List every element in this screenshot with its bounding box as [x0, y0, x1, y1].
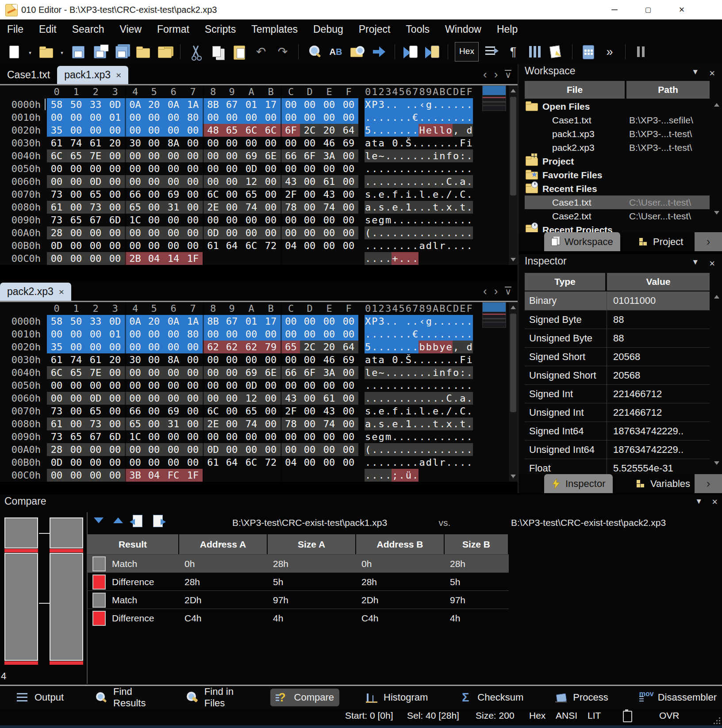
hex-byte[interactable]: 00	[203, 162, 222, 175]
minimize-button[interactable]: ─	[604, 0, 625, 19]
hex-byte[interactable]: 00	[339, 405, 358, 418]
ascii-char[interactable]: .	[466, 430, 472, 443]
hex-byte[interactable]: 00	[144, 214, 164, 226]
ascii-char[interactable]: s	[365, 430, 371, 443]
hex-byte[interactable]	[203, 252, 222, 265]
panel-tab-find-results[interactable]: Find Results	[89, 684, 160, 711]
hex-byte[interactable]: 00	[339, 456, 358, 469]
ascii-char[interactable]: .	[459, 328, 466, 341]
ascii-char[interactable]: .	[453, 188, 459, 201]
ascii-char[interactable]: a	[459, 175, 466, 188]
hex-byte[interactable]: 00	[319, 239, 339, 252]
hex-byte[interactable]: 00	[86, 252, 105, 265]
hex-byte[interactable]: 00	[319, 379, 339, 392]
menu-item-window[interactable]: Window	[445, 23, 481, 35]
ascii-char[interactable]: .	[432, 214, 439, 226]
ascii-char[interactable]: .	[419, 418, 425, 430]
ascii-char[interactable]	[398, 98, 405, 111]
ascii-char[interactable]: 5	[365, 341, 371, 353]
ascii-char[interactable]: .	[385, 443, 392, 456]
ascii-char[interactable]: 3	[378, 98, 385, 111]
hex-byte[interactable]: 62	[222, 341, 242, 353]
tab-pack1-xp3[interactable]: pack1.xp3×	[57, 66, 128, 84]
hex-byte[interactable]: 00	[300, 328, 319, 341]
ascii-char[interactable]: .	[426, 418, 432, 430]
tree-row-recent-projects[interactable]: Recent Projects	[525, 223, 710, 232]
ascii-char[interactable]: .	[439, 188, 445, 201]
inspector-row-unsigned-int[interactable]: Unsigned Int221466712	[525, 403, 710, 422]
hex-byte[interactable]: 0D	[203, 226, 222, 239]
hex-byte[interactable]: 00	[144, 430, 164, 443]
hex-byte[interactable]: 65	[66, 149, 86, 162]
compare-map-bar-a[interactable]	[4, 517, 39, 663]
ascii-char[interactable]: .	[426, 353, 432, 366]
tab-list-icon[interactable]: ∨	[505, 287, 511, 296]
ascii-char[interactable]: .	[446, 137, 453, 149]
hex-byte[interactable]	[300, 469, 319, 482]
ascii-char[interactable]: l	[432, 456, 439, 469]
hex-byte[interactable]: 00	[105, 405, 125, 418]
ascii-char[interactable]: .	[412, 353, 419, 366]
hex-byte[interactable]: 00	[66, 328, 86, 341]
hex-byte[interactable]: 00	[164, 124, 183, 137]
calculator-icon[interactable]	[579, 42, 597, 61]
more-tabs-icon[interactable]: ›	[695, 232, 722, 251]
ascii-char[interactable]: .	[398, 443, 405, 456]
ascii-char[interactable]: .	[412, 456, 419, 469]
ascii-char[interactable]: r	[439, 456, 445, 469]
hex-byte[interactable]: 7E	[86, 149, 105, 162]
hex-byte[interactable]: 17	[261, 315, 280, 328]
hex-byte[interactable]: 61	[86, 137, 105, 149]
tab-pack2-xp3[interactable]: pack2.xp3×	[0, 283, 71, 301]
tab-case1-txt[interactable]: Case1.txt	[0, 66, 57, 84]
hex-byte[interactable]: 00	[339, 418, 358, 430]
hex-byte[interactable]: 00	[242, 443, 261, 456]
hex-byte[interactable]: 00	[47, 379, 66, 392]
hex-byte[interactable]: 6C	[242, 124, 261, 137]
hex-byte[interactable]: 01	[242, 315, 261, 328]
ascii-char[interactable]: .	[385, 252, 392, 265]
hex-byte[interactable]: 00	[203, 328, 222, 341]
ascii-char[interactable]: .	[439, 111, 445, 124]
ascii-char[interactable]: .	[426, 162, 432, 175]
hex-byte[interactable]: 20	[105, 353, 125, 366]
inspector-row-binary[interactable]: Binary01011000	[525, 291, 710, 310]
hex-byte[interactable]: FC	[164, 469, 183, 482]
overflow-icon[interactable]: »	[601, 42, 618, 61]
ascii-char[interactable]: a	[365, 137, 371, 149]
ascii-char[interactable]: .	[432, 443, 439, 456]
hex-byte[interactable]: 31	[164, 201, 183, 214]
ascii-char[interactable]: .	[392, 341, 398, 353]
hex-byte[interactable]: 00	[144, 124, 164, 137]
hex-byte[interactable]: 0D	[86, 392, 105, 405]
ascii-char[interactable]: .	[419, 328, 425, 341]
new-file-icon[interactable]	[5, 42, 23, 61]
ascii-char[interactable]: .	[405, 226, 412, 239]
ascii-char[interactable]: :	[459, 149, 466, 162]
hex-byte[interactable]: 6C	[47, 149, 66, 162]
ascii-char[interactable]: .	[466, 175, 472, 188]
column-header-result[interactable]: Result	[87, 534, 178, 554]
ascii-char[interactable]: €	[412, 111, 419, 124]
ascii-char[interactable]: e	[371, 214, 378, 226]
ascii-char[interactable]: s	[378, 201, 385, 214]
ascii-char[interactable]: .	[453, 443, 459, 456]
ascii-char[interactable]: .	[412, 188, 419, 201]
ascii-char[interactable]: .	[426, 175, 432, 188]
hex-byte[interactable]: 00	[105, 469, 125, 482]
ascii-char[interactable]: i	[405, 188, 412, 201]
hex-byte[interactable]: 00	[105, 226, 125, 239]
hex-byte[interactable]: 00	[86, 124, 105, 137]
panel-tab-output[interactable]: Output	[11, 689, 69, 706]
hex-byte[interactable]: 2F	[280, 188, 300, 201]
menu-item-edit[interactable]: Edit	[39, 23, 57, 35]
ascii-char[interactable]: .	[432, 315, 439, 328]
hex-byte[interactable]: 00	[222, 162, 242, 175]
hex-byte[interactable]: 00	[203, 366, 222, 379]
resize-grip[interactable]	[713, 717, 720, 724]
ascii-char[interactable]: o	[453, 366, 459, 379]
ascii-char[interactable]: .	[365, 252, 371, 265]
ascii-char[interactable]: .	[446, 226, 453, 239]
ascii-char[interactable]: .	[439, 214, 445, 226]
hex-byte[interactable]: 1C	[125, 214, 144, 226]
